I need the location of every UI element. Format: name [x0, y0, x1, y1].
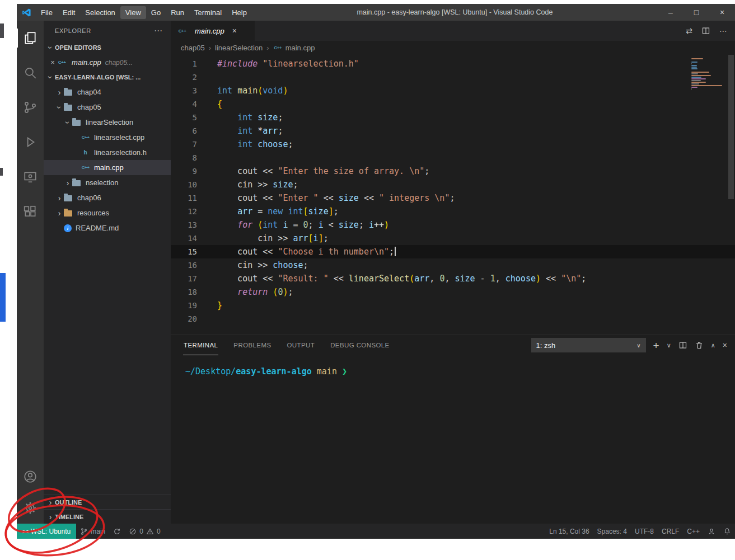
activitybar-search[interactable] — [17, 55, 44, 90]
more-actions-icon[interactable]: ⋯ — [719, 26, 727, 35]
vscode-logo-icon[interactable] — [17, 8, 36, 17]
cpp-file-icon: C++ — [57, 58, 67, 67]
menu-view[interactable]: View — [120, 6, 146, 19]
code-line-18[interactable]: 18 return (0); — [171, 285, 735, 299]
minimap[interactable] — [691, 58, 725, 92]
tree-item-chap04[interactable]: ›chap04 — [44, 84, 171, 100]
code-line-2[interactable]: 2 — [171, 70, 735, 84]
code-line-5[interactable]: 5 int size; — [171, 111, 735, 124]
tree-item-linearSelection[interactable]: ›linearSelection — [44, 115, 171, 130]
activitybar-extensions[interactable] — [17, 194, 44, 229]
status-item-utf-8[interactable]: UTF-8 — [631, 524, 658, 539]
breadcrumb-item[interactable]: chap05 — [181, 44, 205, 52]
timeline-section-header[interactable]: › TIMELINE — [44, 509, 171, 524]
run-debug-icon — [23, 135, 38, 149]
activitybar-run-and-debug[interactable] — [17, 125, 44, 159]
code-line-12[interactable]: 12 arr = new int[size]; — [171, 205, 735, 218]
tree-item-resources[interactable]: ›resources — [44, 205, 171, 220]
code-line-20[interactable]: 20 — [171, 312, 735, 326]
code-line-4[interactable]: 4{ — [171, 97, 735, 111]
tree-item-main.cpp[interactable]: C++main.cpp — [44, 160, 171, 175]
trash-icon[interactable] — [695, 341, 704, 350]
split-editor-icon[interactable] — [701, 26, 710, 35]
line-number: 20 — [171, 312, 197, 326]
tree-item-linearselect.cpp[interactable]: C++linearselect.cpp — [44, 130, 171, 145]
accounts-button[interactable] — [17, 461, 44, 492]
breadcrumb-item[interactable]: main.cpp — [285, 44, 315, 52]
tree-item-README.md[interactable]: iREADME.md — [44, 220, 171, 236]
breadcrumb-item[interactable]: linearSelection — [215, 44, 263, 52]
new-terminal-icon[interactable]: + — [653, 340, 659, 351]
project-section-header[interactable]: › EASY-LEARN-ALGO [WSL: ... — [44, 70, 171, 84]
chevron-icon: › — [63, 178, 72, 187]
problems-indicator[interactable]: 0 0 — [125, 524, 164, 539]
line-content: cout << "Enter " << size << " integers \… — [197, 191, 455, 205]
close-button[interactable]: × — [709, 4, 735, 21]
close-icon[interactable]: × — [48, 58, 57, 67]
editor-scrollbar[interactable] — [728, 55, 734, 199]
chevron-down-icon[interactable]: ∨ — [667, 342, 671, 349]
branch-indicator[interactable]: main — [76, 524, 109, 539]
status-bar-right: Ln 15, Col 36Spaces: 4UTF-8CRLFC++ — [545, 524, 735, 539]
line-content: cout << "Enter the size of array. \n"; — [197, 164, 429, 178]
status-item-ln-15-col-36[interactable]: Ln 15, Col 36 — [545, 524, 593, 539]
tree-item-chap05[interactable]: ›chap05 — [44, 100, 171, 115]
menu-selection[interactable]: Selection — [80, 6, 120, 19]
open-editor-item[interactable]: × C++ main.cpp chap05... — [44, 55, 171, 70]
activitybar-remote-explorer[interactable] — [17, 159, 44, 194]
code-line-1[interactable]: 1#include "linearselection.h" — [171, 57, 735, 70]
remote-indicator[interactable]: >< WSL: Ubuntu — [17, 524, 76, 539]
status-item-spaces-4[interactable]: Spaces: 4 — [593, 524, 631, 539]
code-line-14[interactable]: 14 cin >> arr[i]; — [171, 232, 735, 245]
code-line-16[interactable]: 16 cin >> choose; — [171, 258, 735, 272]
feedback-button[interactable] — [704, 524, 719, 539]
close-panel-icon[interactable]: × — [723, 341, 727, 349]
sync-indicator[interactable] — [109, 524, 125, 539]
menu-run[interactable]: Run — [166, 6, 189, 19]
menu-edit[interactable]: Edit — [58, 6, 80, 19]
open-editors-header[interactable]: › OPEN EDITORS — [44, 40, 171, 55]
editor[interactable]: 1#include "linearselection.h"23int main(… — [171, 55, 735, 335]
tree-item-label: README.md — [76, 224, 119, 232]
status-item-crlf[interactable]: CRLF — [658, 524, 683, 539]
code-line-19[interactable]: 19} — [171, 299, 735, 312]
minimize-button[interactable]: – — [658, 4, 683, 21]
tree-item-chap06[interactable]: ›chap06 — [44, 190, 171, 205]
outline-section-header[interactable]: › OUTLINE — [44, 495, 171, 509]
panel-tab-terminal[interactable]: TERMINAL — [183, 335, 218, 355]
menu-help[interactable]: Help — [227, 6, 252, 19]
notifications-button[interactable] — [719, 524, 735, 539]
code-line-8[interactable]: 8 — [171, 151, 735, 164]
menu-go[interactable]: Go — [146, 6, 166, 19]
tree-item-linearselection.h[interactable]: hlinearselection.h — [44, 145, 171, 160]
close-icon[interactable]: × — [232, 26, 237, 35]
split-terminal-icon[interactable] — [678, 341, 687, 350]
menu-terminal[interactable]: Terminal — [189, 6, 227, 19]
code-line-15[interactable]: 15 cout << "Choose i th number\n"; — [171, 245, 735, 258]
panel-tab-debug-console[interactable]: DEBUG CONSOLE — [330, 335, 390, 355]
code-line-13[interactable]: 13 for (int i = 0; i < size; i++) — [171, 218, 735, 232]
open-changes-icon[interactable]: ⇄ — [686, 26, 692, 35]
terminal-shell-select[interactable]: 1: zsh ∨ — [531, 338, 646, 352]
code-line-6[interactable]: 6 int *arr; — [171, 124, 735, 138]
code-line-10[interactable]: 10 cin >> size; — [171, 178, 735, 191]
menu-file[interactable]: File — [36, 6, 58, 19]
maximize-button[interactable]: □ — [683, 4, 709, 21]
panel-tab-output[interactable]: OUTPUT — [286, 335, 315, 355]
code-line-9[interactable]: 9 cout << "Enter the size of array. \n"; — [171, 164, 735, 178]
activitybar-explorer[interactable] — [17, 21, 44, 55]
code-line-11[interactable]: 11 cout << "Enter " << size << " integer… — [171, 191, 735, 205]
terminal[interactable]: ~/Desktop/easy-learn-algo main ❯ — [171, 355, 735, 524]
chevron-up-icon[interactable]: ∧ — [711, 342, 715, 349]
tree-item-nselection[interactable]: ›nselection — [44, 175, 171, 190]
more-actions-icon[interactable]: ⋯ — [154, 26, 163, 36]
status-item-c-[interactable]: C++ — [683, 524, 704, 539]
manage-button[interactable] — [17, 492, 44, 524]
code-line-17[interactable]: 17 cout << "Result: " << linearSelect(ar… — [171, 272, 735, 285]
code-line-7[interactable]: 7 int choose; — [171, 138, 735, 151]
minimap-line — [691, 87, 697, 88]
code-line-3[interactable]: 3int main(void) — [171, 84, 735, 97]
panel-tab-problems[interactable]: PROBLEMS — [233, 335, 271, 355]
activitybar-source-control[interactable] — [17, 90, 44, 125]
tab-main-cpp[interactable]: C++ main.cpp × — [171, 21, 255, 41]
